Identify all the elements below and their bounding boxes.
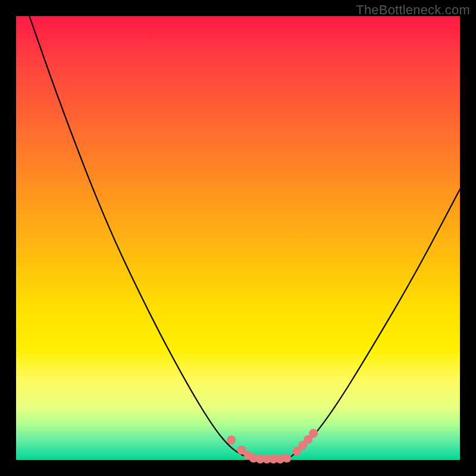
marker-layer bbox=[227, 429, 318, 464]
left-curve-path bbox=[29, 16, 253, 460]
curve-layer bbox=[16, 16, 460, 460]
marker-dot bbox=[283, 454, 292, 463]
right-curve-path bbox=[287, 189, 460, 460]
marker-dot bbox=[227, 436, 236, 444]
watermark-label: TheBottleneck.com bbox=[356, 2, 470, 18]
marker-dot bbox=[309, 429, 318, 438]
bottleneck-curve bbox=[29, 16, 460, 460]
chart-frame: TheBottleneck.com bbox=[0, 0, 476, 476]
